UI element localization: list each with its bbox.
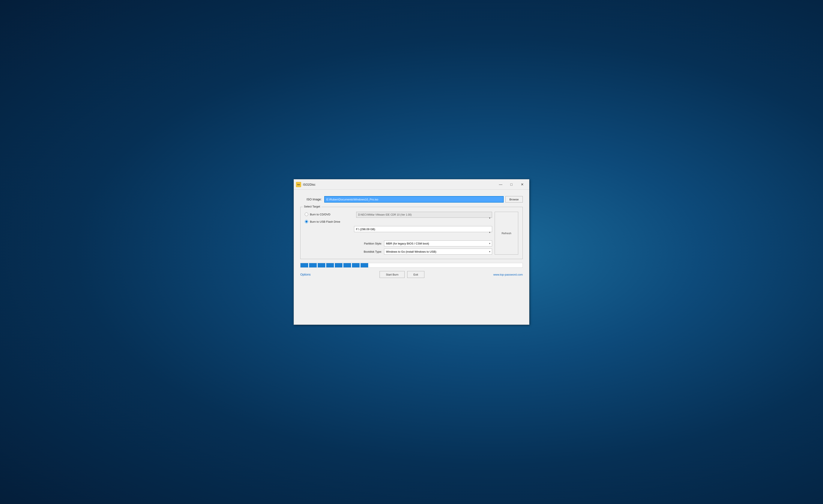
close-button[interactable]: ✕ <box>517 181 527 188</box>
iso-image-label: ISO Image: <box>300 198 322 201</box>
bottom-row: Options Start Burn Exit www.top-password… <box>300 271 523 278</box>
progress-seg-1 <box>301 263 308 267</box>
progress-seg-4 <box>326 263 334 267</box>
title-bar: iso ISO2Disc — □ ✕ <box>294 180 529 190</box>
iso-icon-graphic: iso <box>296 182 301 187</box>
bootdisk-type-label: Bootdisk Type: <box>354 250 382 253</box>
usb-dropdown[interactable]: F:\ (298.09 GB) <box>354 226 492 232</box>
progress-segments <box>301 263 522 267</box>
application-window: iso ISO2Disc — □ ✕ ISO Image: Browse Sel… <box>294 179 529 325</box>
bootdisk-type-row: Bootdisk Type: Windows to Go (install Wi… <box>354 249 492 255</box>
minimize-button[interactable]: — <box>496 181 506 188</box>
progress-seg-8 <box>360 263 368 267</box>
app-icon: iso <box>296 182 301 187</box>
cd-dvd-dropdown[interactable]: D:NECVMWar VMware IDE CDR 10 (Ver 1.00) <box>356 212 492 218</box>
usb-label[interactable]: Burn to USB Flash Drive <box>310 220 340 223</box>
cd-dvd-dropdown-wrapper: D:NECVMWar VMware IDE CDR 10 (Ver 1.00) <box>356 212 492 224</box>
bootdisk-type-wrapper: Windows to Go (install Windows to USB) <box>384 249 492 255</box>
partition-style-row: Partition Style: MBR (for legacy BIOS / … <box>354 240 492 246</box>
window-title: ISO2Disc <box>303 183 496 186</box>
bottom-buttons: Start Burn Exit <box>379 271 424 278</box>
progress-seg-7 <box>352 263 360 267</box>
progress-bar-container <box>300 263 523 268</box>
start-burn-button[interactable]: Start Burn <box>379 271 404 278</box>
progress-seg-3 <box>318 263 325 267</box>
window-controls: — □ ✕ <box>496 181 527 188</box>
options-link[interactable]: Options <box>300 273 311 276</box>
progress-seg-2 <box>309 263 317 267</box>
browse-button[interactable]: Browse <box>505 196 523 203</box>
exit-button[interactable]: Exit <box>407 271 424 278</box>
usb-radio-row: Burn to USB Flash Drive <box>305 220 354 223</box>
iso-image-row: ISO Image: Browse <box>300 196 523 203</box>
usb-dropdown-wrapper: F:\ (298.09 GB) <box>354 226 492 238</box>
maximize-button[interactable]: □ <box>506 181 516 188</box>
usb-radio[interactable] <box>305 220 308 223</box>
partition-style-wrapper: MBR (for legacy BIOS / CSM boot) <box>384 240 492 246</box>
partition-style-dropdown[interactable]: MBR (for legacy BIOS / CSM boot) <box>384 240 492 246</box>
window-content: ISO Image: Browse Select Target Burn to … <box>294 190 529 283</box>
progress-area <box>300 263 523 268</box>
progress-seg-5 <box>335 263 342 267</box>
website-link[interactable]: www.top-password.com <box>493 273 523 276</box>
iso-path-input[interactable] <box>324 196 504 203</box>
partition-style-label: Partition Style: <box>354 242 382 245</box>
group-legend: Select Target <box>303 205 322 208</box>
cd-dvd-label[interactable]: Burn to CD/DVD <box>310 213 330 216</box>
cd-dvd-radio[interactable] <box>305 213 308 216</box>
refresh-button[interactable]: Refresh <box>495 212 518 255</box>
bootdisk-type-dropdown[interactable]: Windows to Go (install Windows to USB) <box>384 249 492 255</box>
cd-dvd-radio-row: Burn to CD/DVD <box>305 213 354 216</box>
progress-seg-6 <box>343 263 351 267</box>
select-target-group: Select Target Burn to CD/DVD Burn to USB… <box>300 207 523 259</box>
